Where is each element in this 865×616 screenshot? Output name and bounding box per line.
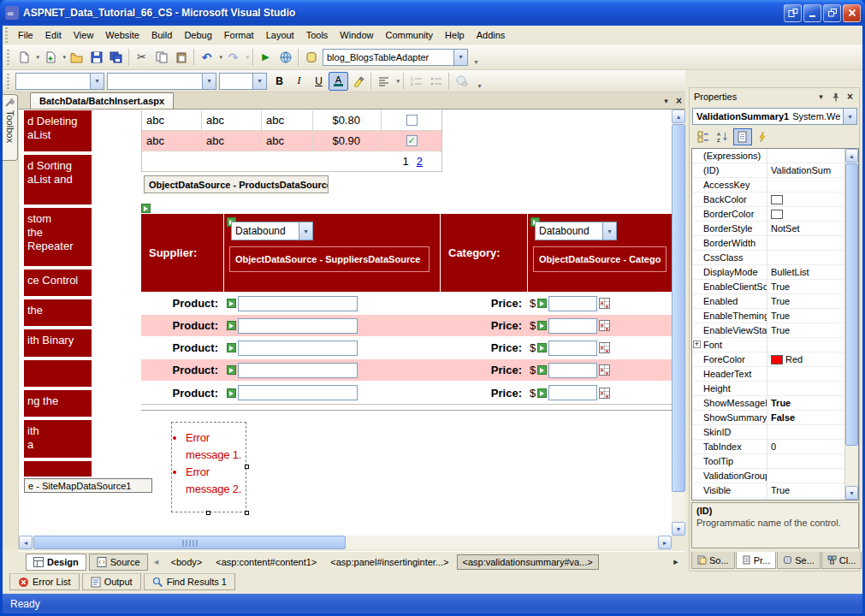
- sidebar-nav-item[interactable]: ith Binary: [24, 329, 92, 357]
- menu-item[interactable]: View: [68, 26, 100, 44]
- auto-hide-pin-button[interactable]: [829, 91, 842, 103]
- sidebar-nav-item[interactable]: d Sorting aList and: [24, 155, 92, 204]
- suppliers-datasource-control[interactable]: ObjectDataSource - SuppliersDataSource: [229, 246, 430, 272]
- menu-item[interactable]: Debug: [178, 26, 217, 44]
- restore-button[interactable]: [823, 4, 841, 22]
- menu-item[interactable]: Window: [334, 26, 379, 44]
- menu-item[interactable]: Format: [218, 26, 260, 44]
- menu-item[interactable]: Website: [99, 26, 145, 44]
- validation-summary-control[interactable]: Error message 1.Error message 2.: [171, 422, 246, 512]
- highlight-button[interactable]: [348, 72, 368, 91]
- price-validator-icon[interactable]: [599, 342, 610, 353]
- scroll-down-button[interactable]: [672, 522, 685, 536]
- property-value-cell[interactable]: True: [767, 309, 844, 323]
- property-row[interactable]: ToolTip: [692, 454, 844, 469]
- chevron-down-icon[interactable]: [202, 74, 216, 89]
- property-value-cell[interactable]: True: [767, 280, 844, 293]
- add-item-button[interactable]: [40, 48, 67, 67]
- open-file-button[interactable]: [67, 48, 86, 67]
- font-combo[interactable]: [107, 73, 216, 90]
- copy-button[interactable]: [151, 48, 171, 67]
- toolbar-grip[interactable]: [6, 74, 10, 89]
- property-value-cell[interactable]: [767, 367, 844, 381]
- property-row[interactable]: EnableTheming True: [692, 309, 844, 323]
- product-textbox[interactable]: [238, 385, 358, 400]
- chevron-down-icon[interactable]: [843, 109, 856, 124]
- expand-icon[interactable]: [693, 341, 701, 348]
- italic-button[interactable]: I: [289, 72, 309, 91]
- underline-button[interactable]: U: [309, 72, 329, 91]
- sidebar-nav-item[interactable]: [24, 360, 92, 387]
- property-value-cell[interactable]: True: [767, 483, 844, 497]
- adapter-combo[interactable]: blog_BlogsTableAdapter: [323, 49, 468, 66]
- price-textbox[interactable]: [548, 296, 597, 311]
- switch-windows-button[interactable]: [784, 4, 802, 22]
- chevron-down-icon[interactable]: [252, 74, 266, 89]
- close-panel-button[interactable]: [844, 91, 856, 103]
- menu-item[interactable]: Tools: [300, 26, 335, 44]
- sidebar-nav-item[interactable]: d Deleting aList: [24, 110, 92, 151]
- design-view-tab[interactable]: Design: [26, 554, 86, 571]
- textbox-control-glyph[interactable]: [537, 365, 547, 375]
- property-row[interactable]: EnableClientScri True: [692, 280, 844, 294]
- menu-item[interactable]: Help: [439, 26, 471, 44]
- output-tab[interactable]: Output: [82, 573, 141, 590]
- property-row[interactable]: SkinID: [692, 425, 844, 440]
- properties-view-button[interactable]: [733, 128, 752, 145]
- discontinued-checkbox[interactable]: [406, 135, 418, 146]
- textbox-control-glyph[interactable]: [537, 299, 547, 308]
- products-datasource-control[interactable]: ObjectDataSource - ProductsDataSource: [144, 175, 329, 193]
- property-value-cell[interactable]: [767, 207, 844, 221]
- textbox-control-glyph[interactable]: [227, 343, 236, 352]
- property-row[interactable]: ValidationGroup: [692, 469, 844, 483]
- toolbox-tab[interactable]: Toolbox: [3, 94, 18, 161]
- sidebar-nav-item[interactable]: stom the Repeater: [24, 208, 92, 266]
- textbox-control-glyph[interactable]: [227, 299, 236, 308]
- undo-button[interactable]: [197, 48, 223, 67]
- property-value-cell[interactable]: False: [767, 411, 844, 424]
- events-button[interactable]: [753, 128, 772, 145]
- hyperlink-button[interactable]: [452, 72, 471, 91]
- chevron-down-icon[interactable]: [299, 222, 312, 240]
- property-value-cell[interactable]: [767, 251, 844, 264]
- property-row[interactable]: EnableViewState True: [692, 323, 844, 338]
- menu-item[interactable]: Build: [145, 26, 178, 44]
- textbox-control-glyph[interactable]: [537, 343, 547, 352]
- sidebar-nav-item[interactable]: ce Control: [24, 270, 92, 296]
- horizontal-scrollbar[interactable]: [19, 536, 672, 549]
- textbox-control-glyph[interactable]: [537, 321, 547, 330]
- product-textbox[interactable]: [238, 363, 358, 378]
- tag-navigator-item[interactable]: <asp:validationsummary#va...>: [457, 554, 599, 570]
- bullet-list-button[interactable]: [426, 72, 446, 91]
- resize-handle[interactable]: [245, 511, 249, 515]
- sitemap-datasource-control[interactable]: e - SiteMapDataSource1: [24, 478, 152, 493]
- toolbar-grip[interactable]: [6, 50, 10, 65]
- sidebar-nav-item[interactable]: [24, 461, 92, 477]
- price-validator-icon[interactable]: [599, 364, 610, 376]
- property-row[interactable]: ShowMessageBo True: [692, 396, 844, 411]
- property-value-cell[interactable]: [767, 236, 844, 250]
- resize-handle[interactable]: [206, 511, 210, 515]
- textbox-control-glyph[interactable]: [227, 365, 236, 375]
- resize-handle[interactable]: [245, 465, 249, 469]
- vertical-scrollbar-thumb[interactable]: [672, 124, 685, 492]
- scroll-right-button[interactable]: [658, 536, 672, 549]
- price-textbox[interactable]: [548, 385, 597, 400]
- categorized-button[interactable]: [694, 128, 713, 145]
- property-row[interactable]: BorderStyle NotSet: [692, 222, 844, 236]
- property-value-cell[interactable]: [767, 178, 844, 192]
- property-value-cell[interactable]: [767, 338, 844, 352]
- property-value-cell[interactable]: [767, 192, 844, 206]
- price-textbox[interactable]: [548, 318, 597, 334]
- property-value-cell[interactable]: NotSet: [767, 222, 844, 235]
- paste-button[interactable]: [171, 48, 191, 67]
- property-row[interactable]: Height: [692, 382, 844, 396]
- property-row[interactable]: BorderColor: [692, 207, 844, 222]
- textbox-control-glyph[interactable]: [537, 388, 547, 398]
- object-selector-combo[interactable]: ValidationSummary1 System.We: [692, 108, 857, 125]
- chevron-down-icon[interactable]: [602, 222, 616, 240]
- scroll-up-button[interactable]: [845, 149, 858, 163]
- error-list-tab[interactable]: Error List: [9, 573, 80, 590]
- scroll-up-button[interactable]: [672, 110, 685, 123]
- properties-scrollbar-thumb[interactable]: [845, 163, 858, 446]
